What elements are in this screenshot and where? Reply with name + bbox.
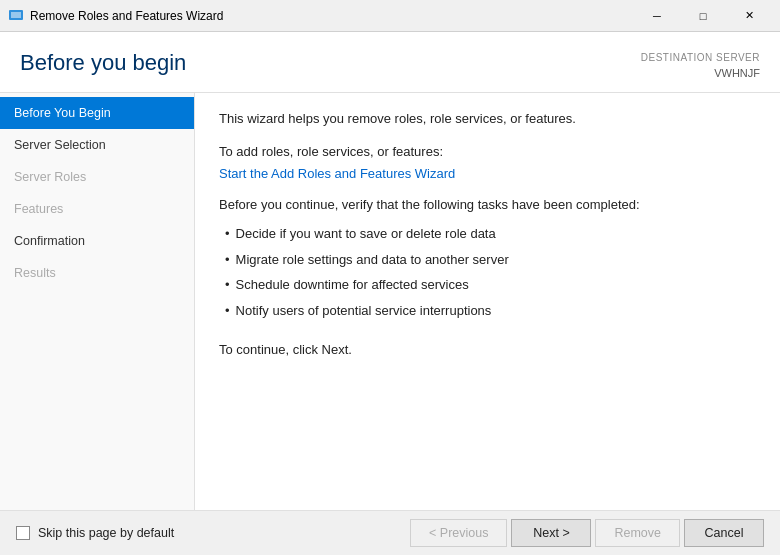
previous-button[interactable]: < Previous [410,519,507,547]
checkbox-area: Skip this page by default [16,526,410,540]
cancel-button[interactable]: Cancel [684,519,764,547]
verify-heading: Before you continue, verify that the fol… [219,195,756,215]
window-title: Remove Roles and Features Wizard [30,9,634,23]
destination-server-info: DESTINATION SERVER VWHNJF [641,50,760,82]
titlebar: Remove Roles and Features Wizard ─ □ ✕ [0,0,780,32]
task-item: •Schedule downtime for affected services [225,275,756,295]
destination-server-name: VWHNJF [641,65,760,82]
sidebar-item-server-roles: Server Roles [0,161,194,193]
task-bullet: • [225,275,230,295]
next-button[interactable]: Next > [511,519,591,547]
task-bullet: • [225,224,230,244]
task-text: Schedule downtime for affected services [236,275,469,295]
footer: Skip this page by default < Previous Nex… [0,510,780,555]
sidebar-nav: Before You BeginServer SelectionServer R… [0,93,195,511]
task-list: •Decide if you want to save or delete ro… [225,224,756,320]
header-area: Before you begin DESTINATION SERVER VWHN… [0,32,780,92]
add-roles-section: To add roles, role services, or features… [219,142,756,181]
intro-text: This wizard helps you remove roles, role… [219,109,756,129]
content-area: Before You BeginServer SelectionServer R… [0,92,780,511]
window-body: Before you begin DESTINATION SERVER VWHN… [0,32,780,555]
sidebar-item-server-selection[interactable]: Server Selection [0,129,194,161]
task-item: •Notify users of potential service inter… [225,301,756,321]
task-item: •Migrate role settings and data to anoth… [225,250,756,270]
app-icon [8,8,24,24]
skip-page-label: Skip this page by default [38,526,174,540]
add-roles-link[interactable]: Start the Add Roles and Features Wizard [219,166,455,181]
task-item: •Decide if you want to save or delete ro… [225,224,756,244]
sidebar-item-before-you-begin[interactable]: Before You Begin [0,97,194,129]
continue-text: To continue, click Next. [219,340,756,360]
task-text: Decide if you want to save or delete rol… [236,224,496,244]
add-roles-heading: To add roles, role services, or features… [219,142,756,162]
maximize-button[interactable]: □ [680,0,726,32]
page-title: Before you begin [20,50,186,76]
svg-rect-1 [11,12,21,18]
close-button[interactable]: ✕ [726,0,772,32]
minimize-button[interactable]: ─ [634,0,680,32]
sidebar-item-confirmation[interactable]: Confirmation [0,225,194,257]
remove-button[interactable]: Remove [595,519,680,547]
main-panel: This wizard helps you remove roles, role… [195,93,780,511]
skip-page-checkbox[interactable] [16,526,30,540]
task-text: Notify users of potential service interr… [236,301,492,321]
sidebar-item-features: Features [0,193,194,225]
task-bullet: • [225,301,230,321]
task-text: Migrate role settings and data to anothe… [236,250,509,270]
sidebar-item-results: Results [0,257,194,289]
destination-server-label: DESTINATION SERVER [641,50,760,65]
window-controls: ─ □ ✕ [634,0,772,32]
task-bullet: • [225,250,230,270]
footer-buttons: < Previous Next > Remove Cancel [410,519,764,547]
